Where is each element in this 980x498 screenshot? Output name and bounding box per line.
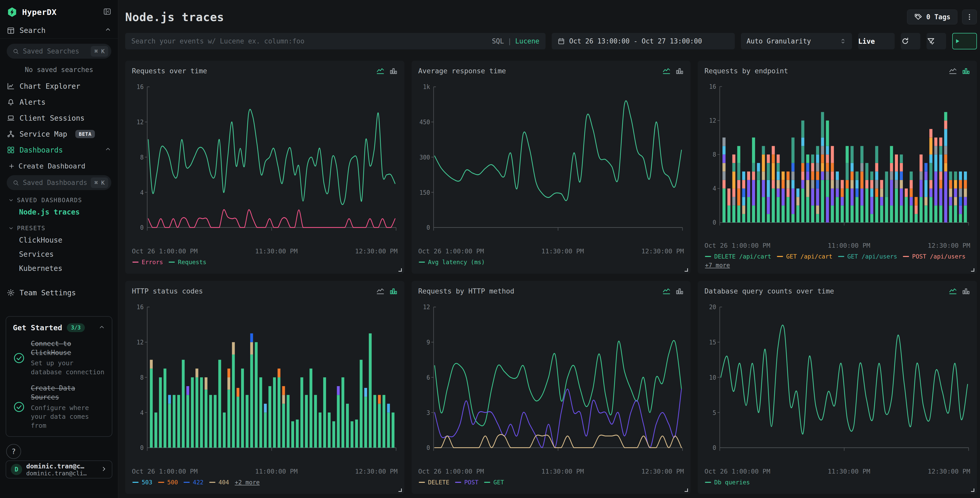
date-range-picker[interactable]: Oct 26 13:00:00 - Oct 27 13:00:00 [552, 33, 735, 49]
panel-resize-handle[interactable] [971, 488, 974, 492]
panel-title: Database query counts over time [705, 287, 834, 295]
collapse-sidebar-icon[interactable] [103, 8, 111, 17]
svg-text:20: 20 [709, 303, 716, 311]
legend-more-link[interactable]: +7 more [705, 262, 730, 268]
sidebar-item-label: Client Sessions [19, 114, 84, 123]
panel-title: Requests over time [132, 67, 207, 75]
line-chart-toggle-icon[interactable] [376, 287, 385, 295]
legend-item[interactable]: Db queries [705, 479, 750, 486]
sidebar-item-service-map[interactable]: Service Map BETA [0, 126, 118, 142]
legend-item[interactable]: 503 [132, 479, 153, 486]
bar-chart-toggle-icon[interactable] [962, 67, 970, 75]
chart-canvas: 0481216 [132, 298, 398, 467]
bar-chart-toggle-icon[interactable] [675, 67, 684, 75]
user-menu[interactable]: D dominic.tran@c… dominic.tran@cli… [6, 460, 112, 479]
panel-resize-handle[interactable] [685, 488, 688, 492]
legend-item[interactable]: DELETE [419, 479, 449, 486]
x-axis-label-mid: 11:00:00 PM [828, 242, 870, 249]
series-DELETE [434, 434, 681, 448]
event-search-box[interactable]: SQL | Lucene [125, 33, 546, 49]
event-search-input[interactable] [131, 37, 487, 45]
get-started-title: Get Started [13, 323, 62, 332]
legend-item[interactable]: 422 [183, 479, 204, 486]
legend-item[interactable]: Requests [169, 259, 207, 265]
logo-row: HyperDX [0, 0, 118, 22]
line-chart-toggle-icon[interactable] [662, 67, 671, 75]
legend-item[interactable]: 500 [158, 479, 178, 486]
legend-item[interactable]: 404 [209, 479, 229, 486]
sidebar-item-client-sessions[interactable]: Client Sessions [0, 110, 118, 126]
granularity-select[interactable]: Auto Granularity [741, 33, 852, 49]
refresh-button[interactable] [901, 33, 920, 49]
tree-item-nodejs-traces[interactable]: Node.js traces [8, 205, 111, 219]
sidebar: HyperDX Search ⌘ K No saved searches Cha… [0, 0, 118, 498]
x-axis-label-mid: 11:30:00 PM [541, 247, 584, 255]
panel-database-query-counts: Database query counts over time 05101520… [698, 281, 977, 494]
bar-chart-toggle-icon[interactable] [675, 287, 684, 295]
saved-searches-input[interactable]: ⌘ K [7, 44, 111, 59]
saved-dashboards-input[interactable]: ⌘ K [7, 175, 111, 190]
svg-text:4: 4 [140, 188, 144, 196]
tree-section-saved-dashboards[interactable]: SAVED DASHBOARDS [8, 197, 111, 203]
legend-item[interactable]: POST /api/users [903, 253, 966, 260]
plus-icon [8, 163, 15, 169]
panel-title: Average response time [418, 67, 506, 75]
tree-item-kubernetes[interactable]: Kubernetes [8, 261, 111, 276]
sidebar-item-dashboards[interactable]: Dashboards [0, 142, 118, 158]
sidebar-item-alerts[interactable]: Alerts [0, 94, 118, 110]
series-POST [434, 389, 681, 448]
saved-searches-field[interactable] [23, 47, 87, 55]
line-chart-toggle-icon[interactable] [376, 67, 385, 75]
panel-requests-by-http-method: Requests by HTTP method 036912 Oct 26 1:… [412, 281, 691, 494]
sidebar-item-chart-explorer[interactable]: Chart Explorer [0, 78, 118, 94]
x-axis-label-start: Oct 26 1:00:00 PM [705, 242, 770, 249]
get-started-task[interactable]: Create Data Sources Configure where your… [13, 384, 105, 430]
shortcut-badge: ⌘ K [91, 46, 108, 57]
line-chart-toggle-icon[interactable] [949, 67, 957, 75]
chevron-up-icon[interactable] [99, 324, 105, 332]
more-options-button[interactable] [962, 10, 977, 24]
run-query-button[interactable] [952, 33, 977, 49]
bar-chart-toggle-icon[interactable] [389, 67, 398, 75]
chart-legend: DELETEPOSTGET [418, 476, 684, 490]
panel-resize-handle[interactable] [398, 268, 402, 271]
tags-button[interactable]: 0 Tags [907, 10, 958, 24]
bar-chart-toggle-icon[interactable] [389, 287, 398, 295]
sidebar-item-team-settings[interactable]: Team Settings [0, 285, 118, 301]
chart-canvas: 01503004501k [418, 78, 684, 246]
tree-item-services[interactable]: Services [8, 247, 111, 261]
create-dashboard-button[interactable]: Create Dashboard [0, 158, 118, 170]
panel-average-response-time: Average response time 01503004501k Oct 2… [412, 61, 691, 274]
svg-text:8: 8 [713, 151, 716, 158]
bar-chart-toggle-icon[interactable] [962, 287, 970, 295]
line-chart-toggle-icon[interactable] [662, 287, 671, 295]
legend-more-link[interactable]: +2 more [235, 479, 260, 486]
live-button[interactable]: Live [858, 33, 895, 49]
legend-item[interactable]: GET /api/users [838, 253, 897, 260]
panel-requests-over-time: Requests over time 0481216 Oct 26 1:00:0… [125, 61, 404, 274]
help-button[interactable]: ? [6, 444, 21, 459]
filter-button[interactable] [926, 33, 946, 49]
legend-item[interactable]: DELETE /api/cart [705, 253, 771, 260]
panel-resize-handle[interactable] [398, 488, 402, 492]
no-saved-searches-text: No saved searches [0, 66, 118, 73]
svg-text:4: 4 [140, 409, 144, 417]
lucene-mode-toggle[interactable]: Lucene [515, 37, 539, 45]
chart-legend: DELETE /api/cartGET /api/cartGET /api/us… [705, 250, 970, 270]
panel-resize-handle[interactable] [685, 268, 688, 271]
get-started-task[interactable]: Connect to ClickHouse Set up your databa… [13, 339, 105, 377]
tree-item-clickhouse[interactable]: ClickHouse [8, 233, 111, 247]
sidebar-item-search[interactable]: Search [0, 22, 118, 38]
legend-item[interactable]: Errors [132, 259, 163, 265]
sql-mode-toggle[interactable]: SQL [492, 37, 504, 45]
saved-dashboards-field[interactable] [23, 179, 87, 187]
sidebar-item-label: Chart Explorer [19, 82, 80, 91]
legend-item[interactable]: POST [455, 479, 479, 486]
legend-item[interactable]: Avg latency (ms) [419, 259, 485, 265]
panel-resize-handle[interactable] [971, 268, 974, 271]
legend-item[interactable]: GET /api/cart [777, 253, 832, 260]
shortcut-badge: ⌘ K [91, 177, 108, 188]
line-chart-toggle-icon[interactable] [949, 287, 957, 295]
tree-section-presets[interactable]: PRESETS [8, 225, 111, 231]
legend-item[interactable]: GET [484, 479, 504, 486]
